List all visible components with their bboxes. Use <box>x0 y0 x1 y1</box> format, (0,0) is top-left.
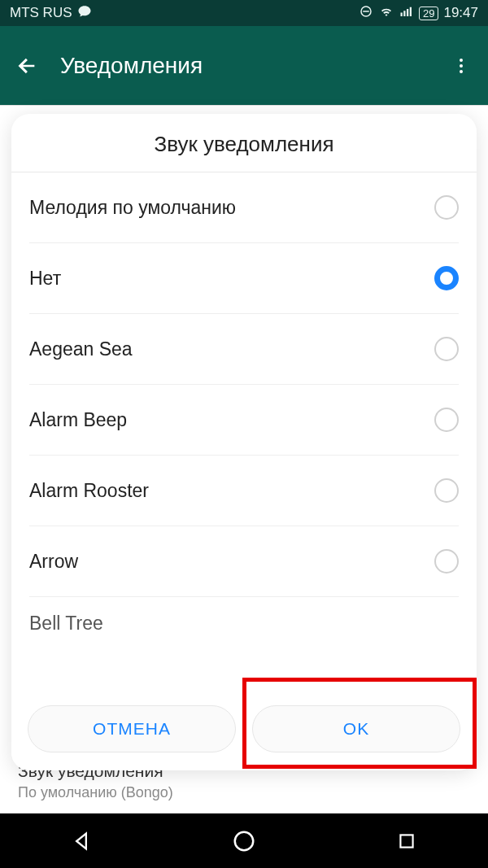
radio-icon <box>434 266 459 290</box>
battery-level: 29 <box>419 7 438 20</box>
svg-point-7 <box>460 64 463 68</box>
chat-icon <box>77 4 92 23</box>
svg-rect-4 <box>407 9 408 16</box>
sound-option[interactable]: Alarm Rooster <box>29 456 459 526</box>
sound-option-label: Нет <box>29 268 61 290</box>
radio-icon <box>434 408 459 432</box>
status-bar: MTS RUS 29 19:47 <box>0 0 488 26</box>
nav-back-button[interactable] <box>68 827 95 855</box>
svg-rect-2 <box>400 12 402 16</box>
nav-home-button[interactable] <box>230 827 258 855</box>
sound-option-label: Мелодия по умолчанию <box>29 197 236 219</box>
sound-option[interactable]: Alarm Beep <box>29 385 459 456</box>
dialog-actions: ОТМЕНА OK <box>11 691 477 770</box>
sound-option[interactable]: Мелодия по умолчанию <box>29 172 459 243</box>
signal-icon <box>399 4 414 23</box>
sound-option[interactable]: Aegean Sea <box>29 314 459 385</box>
dialog-title: Звук уведомления <box>11 114 477 172</box>
radio-icon <box>434 478 459 503</box>
svg-point-6 <box>460 59 463 62</box>
svg-rect-10 <box>400 835 412 847</box>
svg-point-8 <box>460 70 463 73</box>
nav-recents-button[interactable] <box>393 827 420 855</box>
carrier-label: MTS RUS <box>10 5 72 21</box>
wifi-icon <box>378 4 394 23</box>
clock: 19:47 <box>443 5 478 21</box>
system-nav-bar <box>0 813 488 868</box>
app-bar: Уведомления <box>0 26 488 105</box>
sound-option-label: Aegean Sea <box>29 338 133 360</box>
ok-button[interactable]: OK <box>252 705 460 752</box>
sound-option[interactable]: Нет <box>29 243 459 314</box>
more-button[interactable] <box>449 54 473 78</box>
setting-value: По умолчанию (Bongo) <box>18 784 470 801</box>
page-title: Уведомления <box>60 53 449 79</box>
dnd-icon <box>359 4 373 23</box>
sound-option-label: Bell Tree <box>29 613 103 635</box>
svg-rect-5 <box>410 7 412 15</box>
svg-rect-3 <box>403 11 405 16</box>
radio-icon <box>434 549 459 574</box>
cancel-button[interactable]: ОТМЕНА <box>28 705 236 752</box>
dialog-options-list[interactable]: Мелодия по умолчанию Нет Aegean Sea Alar… <box>11 172 477 691</box>
sound-option-label: Alarm Beep <box>29 409 127 431</box>
svg-point-9 <box>235 831 254 850</box>
sound-option-label: Arrow <box>29 551 78 573</box>
sound-option[interactable]: Arrow <box>29 526 459 597</box>
radio-icon <box>434 337 459 361</box>
back-button[interactable] <box>15 54 39 78</box>
sound-picker-dialog: Звук уведомления Мелодия по умолчанию Не… <box>11 114 477 770</box>
radio-icon <box>434 195 459 220</box>
sound-option[interactable]: Bell Tree <box>29 597 459 638</box>
sound-option-label: Alarm Rooster <box>29 480 149 502</box>
